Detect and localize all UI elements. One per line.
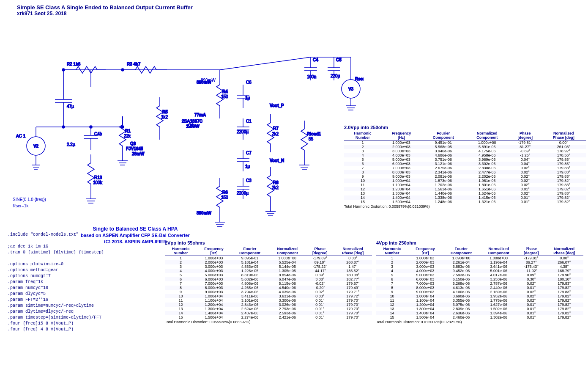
svg-text:C4: C4 — [313, 58, 318, 62]
svg-text:R1: R1 — [125, 129, 131, 133]
svg-text:1µ: 1µ — [245, 164, 250, 169]
svg-text:R3  4k7: R3 4k7 — [127, 62, 141, 66]
col-fourier: FourierComponent — [421, 131, 465, 140]
col-br-fourier: FourierComponent — [443, 246, 480, 256]
col-normalized: NormalizedComponent — [465, 131, 509, 140]
table-row: 22.000e+035.181e-045.525e-0489.18°268.87… — [165, 260, 372, 264]
svg-text:2k2: 2k2 — [272, 185, 279, 190]
table-row: 88.000e+034.613e-062.440e-060.01°179.82° — [376, 286, 583, 290]
svg-point-147 — [62, 126, 65, 128]
table-row: 66.000e+033.121e-063.302e-060.04°179.85° — [344, 162, 586, 166]
table-br-thd: Total Harmonic Distortion: 0.012002%(0.0… — [376, 320, 583, 324]
svg-text:2200µ: 2200µ — [237, 129, 249, 134]
col-bl-freq: Frequency[Hz] — [197, 246, 231, 256]
bottom-tables-container: 2Vpp into 55ohms HarmonicNumber Frequenc… — [165, 240, 583, 324]
svg-text:Vout_P: Vout_P — [270, 103, 284, 108]
svg-text:C4b: C4b — [94, 132, 102, 136]
table-row: 141.400e+042.437e-062.593e-060.01°179.70… — [165, 311, 372, 315]
svg-text:150: 150 — [221, 195, 228, 200]
svg-point-145 — [62, 69, 65, 71]
table-row: 77.000e+034.806e-065.115e-06-0.02°179.67… — [165, 281, 372, 286]
table-row: 55.000e+037.593e-064.017e-060.09°179.90° — [376, 273, 583, 277]
table-bottom-left-data: HarmonicNumber Frequency[Hz] FourierComp… — [165, 246, 372, 319]
svg-text:2200µ: 2200µ — [237, 191, 249, 195]
svg-text:R6: R6 — [222, 190, 228, 195]
table-row: 11.000e+039.395e-011.000e+00-179.69°0.00… — [165, 256, 372, 261]
table-row: 99.000e+032.081e-062.202e-060.02°179.83° — [344, 174, 586, 179]
table-bottom-right-data: HarmonicNumber Frequency[Hz] FourierComp… — [376, 246, 583, 319]
table-row: 55.000e+038.319e-068.854e-060.39°180.08° — [165, 273, 372, 277]
svg-text:1k2: 1k2 — [161, 115, 168, 119]
svg-text:Single to Balanced SE Class A : Single to Balanced SE Class A HPA — [93, 226, 178, 232]
table-row: 77.000e+032.675e-062.830e-060.02°179.83° — [344, 166, 586, 170]
table-row: 121.200e+043.075e-061.627e-060.01°179.82… — [376, 303, 583, 307]
table-top-title: 2.0Vpp into 250ohm — [344, 125, 586, 130]
table-bottom-left: 2Vpp into 55ohms HarmonicNumber Frequenc… — [165, 240, 372, 324]
table-row: 101.000e+041.873e-061.981e-060.02°179.82… — [344, 179, 586, 183]
table-row: 121.200e+041.561e-061.651e-060.01°179.82… — [344, 187, 586, 191]
svg-text:R5: R5 — [162, 110, 168, 114]
table-row: 66.000e+036.150e-063.253e-060.30°180.10° — [376, 277, 583, 281]
svg-text:1µ: 1µ — [245, 96, 250, 100]
svg-text:AC 1: AC 1 — [16, 134, 26, 138]
svg-text:Rload1: Rload1 — [307, 132, 321, 136]
table-bottom-right: 4Vpp into 250ohm HarmonicNumber Frequenc… — [376, 240, 583, 324]
table-row: 33.000e+033.946e-064.175e-06-0.89°178.92… — [344, 149, 586, 153]
svg-text:47µ: 47µ — [67, 104, 74, 109]
svg-text:SINE(0  1.0 {freq}): SINE(0 1.0 {freq}) — [13, 197, 46, 202]
table-row: 44.000e+039.452e-065.001e-06-11.02°168.7… — [376, 269, 583, 273]
col-freq: Frequency[Hz] — [381, 131, 421, 140]
table-row: 131.300e+041.440e-061.524e-060.02°179.83… — [344, 191, 586, 195]
table-row: 55.000e+033.751e-063.969e-060.04°179.85° — [344, 157, 586, 162]
svg-text:77mA: 77mA — [194, 113, 206, 117]
table-row: 11.000e+031.890e+001.000e+00-179.81°0.00… — [376, 256, 583, 261]
table-row: 131.300e+042.624e-062.793e-060.01°179.70… — [165, 307, 372, 311]
table-row: 99.000e+034.100e-062.169e-060.02°179.83° — [376, 290, 583, 294]
table-row: 22.000e+032.261e-041.196e-0486.27°266.07… — [376, 260, 583, 264]
svg-text:2.2µ: 2.2µ — [67, 142, 75, 147]
svg-text:Rser=0.22: Rser=0.22 — [355, 77, 364, 81]
col-br-norm-phase: NormalizedPhase [deg] — [545, 246, 583, 256]
table-row: 151.500e+041.248e-061.321e-060.01°179.82… — [344, 200, 586, 204]
col-br-harmonic: HarmonicNumber — [376, 246, 408, 256]
svg-text:890mW: 890mW — [201, 78, 216, 83]
svg-point-149 — [121, 126, 124, 128]
svg-text:R8: R8 — [273, 180, 279, 185]
table-top-thd: Total Harmonic Distortion: 0.005979%(0.0… — [344, 204, 586, 209]
table-row: 33.000e+036.883e-063.641e-06-175.43°4.38… — [376, 264, 583, 269]
table-row: 111.100e+043.101e-063.300e-060.01°179.70… — [165, 298, 372, 303]
table-row: 11.000e+039.451e-011.000e+00-179.81°0.00… — [344, 140, 586, 145]
title-line1: Simple SE Class A Single Ended to Balanc… — [17, 4, 193, 11]
svg-text:100k: 100k — [93, 180, 103, 185]
table-row: 101.000e+043.411e-063.631e-060.03°179.72… — [165, 294, 372, 298]
svg-point-146 — [121, 69, 124, 71]
table-row: 22.000e+035.568e-055.891e-0581.27°261.08… — [344, 145, 586, 149]
svg-text:2k2: 2k2 — [272, 132, 279, 136]
svg-text:R2  1k6: R2 1k6 — [67, 62, 81, 66]
svg-text:28mW: 28mW — [132, 151, 145, 156]
table-top-data: HarmonicNumber Frequency[Hz] FourierComp… — [344, 131, 586, 204]
svg-text:R4: R4 — [222, 89, 228, 94]
table-bottom-left-title: 2Vpp into 55ohms — [165, 240, 372, 245]
svg-text:C7: C7 — [246, 151, 252, 155]
table-row: 77.000e+035.268e-062.787e-060.02°179.83° — [376, 281, 583, 286]
svg-text:FJV1845: FJV1845 — [126, 146, 143, 151]
table-row: 99.000e+033.794e-064.039e-060.02°179.71° — [165, 290, 372, 294]
table-bottom-right-title: 4Vpp into 250ohm — [376, 240, 583, 245]
table-row: 101.000e+043.690e-061.952e-060.02°179.82… — [376, 294, 583, 298]
col-bl-normalized: NormalizedComponent — [268, 246, 306, 256]
svg-text:C6: C6 — [246, 80, 252, 85]
table-row: 121.200e+042.843e-063.026e-060.01°179.70… — [165, 303, 372, 307]
table-row: 44.000e+031.226e-051.305e-05-44.17°135.5… — [165, 269, 372, 273]
table-top: 2.0Vpp into 250ohm HarmonicNumber Freque… — [344, 125, 586, 209]
svg-point-148 — [90, 126, 92, 128]
svg-text:Vout_N: Vout_N — [270, 158, 284, 163]
svg-text:22k: 22k — [124, 134, 131, 138]
table-row: 44.000e+034.686e-064.958e-06-1.25°178.56… — [344, 153, 586, 157]
col-bl-fourier: FourierComponent — [231, 246, 269, 256]
col-bl-norm-phase: NormalizedPhase [deg] — [334, 246, 372, 256]
svg-text:C5: C5 — [336, 58, 342, 62]
svg-text:C1: C1 — [246, 119, 252, 124]
table-row: 88.000e+032.341e-062.477e-060.02°179.83° — [344, 170, 586, 174]
svg-text:R13: R13 — [94, 175, 102, 180]
